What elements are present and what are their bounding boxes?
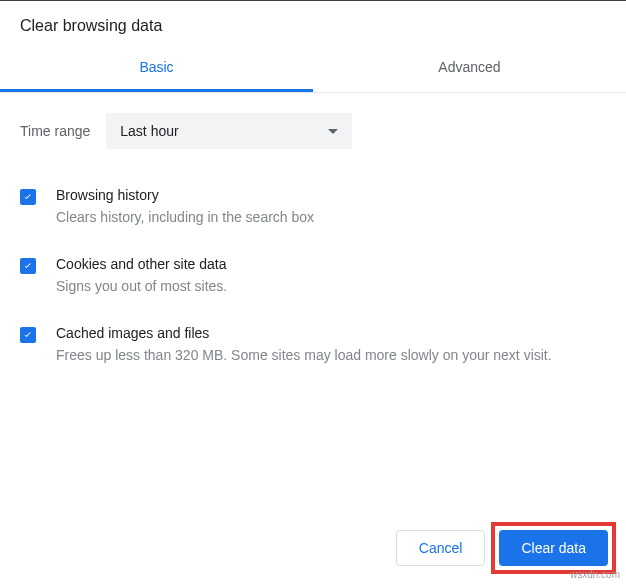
- option-desc: Frees up less than 320 MB. Some sites ma…: [56, 345, 606, 366]
- option-text: Browsing history Clears history, includi…: [56, 187, 606, 228]
- dialog-content: Time range Last hour Browsing history Cl…: [0, 93, 626, 512]
- check-icon: [22, 260, 34, 272]
- checkbox-cache[interactable]: [20, 327, 36, 343]
- option-text: Cookies and other site data Signs you ou…: [56, 256, 606, 297]
- option-title: Cookies and other site data: [56, 256, 606, 272]
- watermark: wsxdn.com: [570, 569, 620, 580]
- check-icon: [22, 329, 34, 341]
- option-cache: Cached images and files Frees up less th…: [20, 325, 606, 366]
- tab-advanced[interactable]: Advanced: [313, 45, 626, 92]
- option-text: Cached images and files Frees up less th…: [56, 325, 606, 366]
- checkbox-browsing-history[interactable]: [20, 189, 36, 205]
- option-browsing-history: Browsing history Clears history, includi…: [20, 187, 606, 228]
- clear-browsing-data-dialog: Clear browsing data Basic Advanced Time …: [0, 0, 626, 584]
- tabs: Basic Advanced: [0, 45, 626, 93]
- option-title: Browsing history: [56, 187, 606, 203]
- option-desc: Signs you out of most sites.: [56, 276, 606, 297]
- time-range-select[interactable]: Last hour: [106, 113, 352, 149]
- option-cookies: Cookies and other site data Signs you ou…: [20, 256, 606, 297]
- checkbox-cookies[interactable]: [20, 258, 36, 274]
- tab-basic[interactable]: Basic: [0, 45, 313, 92]
- time-range-value: Last hour: [120, 123, 178, 139]
- dialog-footer: Cancel Clear data: [0, 512, 626, 584]
- check-icon: [22, 191, 34, 203]
- option-title: Cached images and files: [56, 325, 606, 341]
- dialog-title: Clear browsing data: [0, 1, 626, 45]
- time-range-label: Time range: [20, 123, 90, 139]
- chevron-down-icon: [328, 129, 338, 134]
- option-desc: Clears history, including in the search …: [56, 207, 606, 228]
- clear-data-button[interactable]: Clear data: [499, 530, 608, 566]
- highlight-box: Clear data: [491, 522, 616, 574]
- time-range-row: Time range Last hour: [20, 113, 606, 149]
- cancel-button[interactable]: Cancel: [396, 530, 486, 566]
